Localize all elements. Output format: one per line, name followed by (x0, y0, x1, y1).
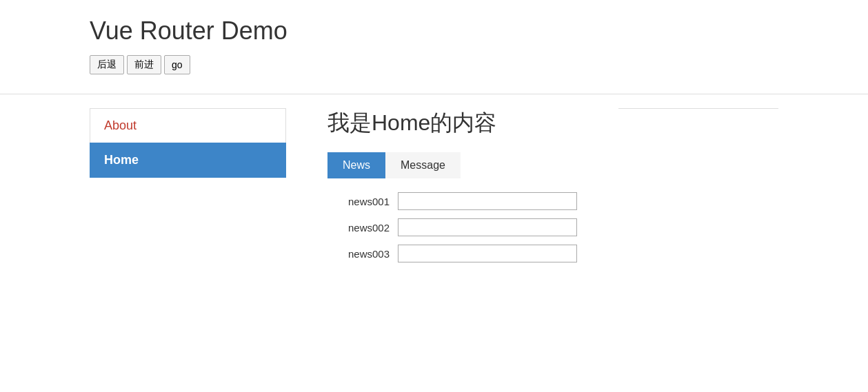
nav-buttons: 后退 前进 go (90, 55, 778, 74)
main-layout: About Home 我是Home的内容 News Message news00… (0, 94, 868, 285)
sidebar-item-home[interactable]: Home (90, 143, 286, 178)
news-input-0[interactable] (398, 192, 577, 210)
tab-message[interactable]: Message (385, 152, 461, 178)
list-item: news001 (348, 192, 577, 210)
news-input-2[interactable] (398, 245, 577, 262)
list-item: news002 (348, 218, 577, 236)
forward-button[interactable]: 前进 (127, 55, 161, 74)
sidebar-item-home-label: Home (104, 153, 139, 167)
right-panel (618, 108, 778, 271)
news-item-label-2: news003 (348, 248, 390, 260)
news-item-label-0: news001 (348, 196, 390, 207)
sidebar-item-about[interactable]: About (90, 108, 286, 143)
news-input-1[interactable] (398, 218, 577, 236)
sidebar: About Home (90, 108, 286, 271)
back-button[interactable]: 后退 (90, 55, 124, 74)
news-item-label-1: news002 (348, 222, 390, 234)
content-area: 我是Home的内容 News Message news001 news002 n… (327, 108, 577, 271)
sidebar-item-about-label: About (104, 118, 137, 132)
tab-news[interactable]: News (327, 152, 385, 178)
page-header: Vue Router Demo 后退 前进 go (0, 0, 868, 94)
news-list: news001 news002 news003 (327, 192, 577, 262)
go-button[interactable]: go (164, 55, 190, 74)
content-title: 我是Home的内容 (327, 108, 577, 138)
sub-tabs: News Message (327, 152, 577, 178)
list-item: news003 (348, 245, 577, 262)
page-title: Vue Router Demo (90, 17, 778, 45)
